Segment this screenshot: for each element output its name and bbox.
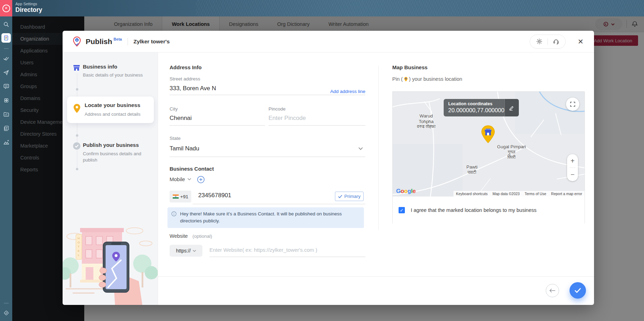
pill-divider: [548, 38, 548, 45]
keyboard-shortcuts-link[interactable]: Keyboard shortcuts: [453, 191, 490, 197]
website-optional-label: (optional): [193, 234, 212, 239]
topbar-wave-pattern: [196, 0, 644, 16]
publish-modal: ★ Publish Beta Zylker tower's ✕: [63, 31, 594, 305]
country-code-chip[interactable]: +91: [170, 191, 191, 202]
storefront-icon: [72, 64, 81, 72]
send-icon[interactable]: [2, 68, 11, 77]
analytics-icon[interactable]: [2, 138, 11, 147]
settings-gear-icon[interactable]: [536, 38, 543, 45]
phone-number-input[interactable]: [198, 192, 303, 199]
business-name: Zylker tower's: [134, 38, 170, 45]
svg-text:L: L: [78, 254, 80, 257]
zoom-out-button[interactable]: −: [567, 168, 578, 181]
chat-icon[interactable]: [2, 82, 11, 91]
map-zoom-control: + −: [567, 154, 578, 181]
google-map[interactable]: Warud Tohpha वरुड तोहफा Gugal Pimpari गु…: [393, 92, 585, 197]
map-label-pawti: Pawti पावटी: [458, 164, 486, 175]
fullscreen-icon: [570, 101, 575, 107]
business-marker-icon[interactable]: [481, 125, 495, 143]
reports-folder-icon[interactable]: [2, 110, 11, 119]
state-label: State: [170, 136, 181, 141]
stepper-dot: [76, 134, 78, 137]
map-pin-icon: [73, 104, 81, 113]
pincode-input[interactable]: [269, 115, 359, 122]
step-publish-business[interactable]: Publish your business: [83, 142, 139, 148]
small-pin-icon: [404, 77, 408, 82]
check-circle-icon: [73, 142, 81, 150]
pincode-label: Pincode: [269, 106, 286, 112]
svg-text:T: T: [78, 245, 80, 248]
contact-type-select[interactable]: Mobile: [170, 176, 191, 182]
add-address-line-link[interactable]: Add address line: [288, 89, 365, 94]
step-business-info-desc: Basic details of your business: [83, 72, 151, 78]
street-underline: [170, 95, 365, 95]
india-flag-icon: [173, 194, 179, 199]
city-illustration: H O T E L: [63, 222, 158, 305]
contact-type-value: Mobile: [170, 176, 185, 182]
add-contact-plus-icon[interactable]: [197, 176, 205, 184]
city-input[interactable]: [170, 115, 260, 122]
check-icon: [338, 195, 342, 198]
address-info-heading: Address Info: [170, 64, 202, 70]
info-icon: [171, 211, 177, 216]
zoom-in-button[interactable]: +: [567, 154, 578, 167]
phone-underline: [193, 204, 365, 204]
primary-contact-button[interactable]: Primary: [335, 192, 364, 201]
map-attribution: Keyboard shortcuts Map data ©2023 Terms …: [453, 191, 585, 197]
business-contact-heading: Business Contact: [170, 166, 214, 172]
google-logo[interactable]: Google: [396, 188, 416, 195]
app-header: App Settings Directory: [15, 2, 42, 14]
coordinates-value: 20.000000,77.000000: [448, 107, 505, 114]
agree-checkbox[interactable]: ✓: [399, 207, 405, 213]
back-button[interactable]: [546, 284, 559, 297]
page-title: Directory: [15, 6, 42, 14]
website-label-row: Website (optional): [170, 233, 212, 239]
location-coordinates-tooltip: Location coordinates 20.000000,77.000000: [444, 99, 519, 116]
contact-type-chevron-icon: [187, 178, 191, 180]
directory-app-icon[interactable]: [1, 33, 11, 43]
protocol-select[interactable]: https://: [170, 245, 202, 257]
apps-cluster-icon[interactable]: [2, 96, 11, 105]
website-label: Website: [170, 233, 188, 239]
pincode-underline: [269, 125, 365, 126]
step-publish-business-desc: Confirm business details and publish: [83, 151, 149, 163]
tasks-icon[interactable]: [2, 54, 11, 63]
confirm-button[interactable]: [570, 282, 586, 299]
agree-row: ✓ I agree that the marked location belon…: [393, 197, 585, 224]
step-locate-business-desc: Address and contact details: [85, 111, 141, 117]
svg-text:E: E: [78, 249, 79, 252]
close-app-button[interactable]: ✕: [0, 0, 12, 16]
coordinates-label: Location coordinates: [448, 101, 505, 106]
svg-text:★: ★: [76, 38, 78, 41]
modal-header: ★ Publish Beta Zylker tower's ✕: [63, 31, 594, 52]
documents-icon[interactable]: [2, 124, 11, 133]
dial-code: +91: [180, 194, 188, 199]
pin-instruction-suffix: ) your business location: [409, 76, 462, 82]
stepper-panel: Business info Basic details of your busi…: [63, 52, 158, 305]
support-headset-icon[interactable]: [553, 38, 559, 45]
city-label: City: [170, 106, 178, 112]
badge-icon[interactable]: [2, 308, 11, 318]
map-fullscreen-button[interactable]: [566, 98, 579, 111]
rail-divider: [4, 48, 9, 49]
edit-coordinates-button[interactable]: [505, 99, 519, 116]
street-address-label: Street address: [170, 76, 200, 81]
modal-title: Publish: [86, 37, 112, 46]
beta-badge: Beta: [114, 37, 122, 41]
state-select[interactable]: Tamil Nadu: [170, 145, 199, 152]
close-modal-icon[interactable]: ✕: [578, 38, 584, 45]
state-chevron-down-icon[interactable]: [358, 147, 363, 150]
arrow-left-icon: [549, 288, 556, 293]
report-map-error-link[interactable]: Report a map error: [549, 191, 585, 197]
website-input[interactable]: [209, 247, 356, 253]
map-container: Warud Tohpha वरुड तोहफा Gugal Pimpari गु…: [392, 91, 585, 224]
footer-divider: [158, 276, 594, 277]
agree-label: I agree that the marked location belongs…: [411, 207, 536, 213]
step-business-info[interactable]: Business info: [83, 64, 117, 70]
search-icon[interactable]: [2, 20, 11, 29]
protocol-chevron-icon: [193, 250, 196, 252]
app-settings-label: App Settings: [15, 2, 42, 6]
terms-of-use-link[interactable]: Terms of Use: [522, 191, 549, 197]
step-locate-business[interactable]: Locate your business: [85, 102, 140, 108]
map-label-gugal-pimpari: Gugal Pimpari गुगल पिंपरी: [484, 144, 539, 160]
